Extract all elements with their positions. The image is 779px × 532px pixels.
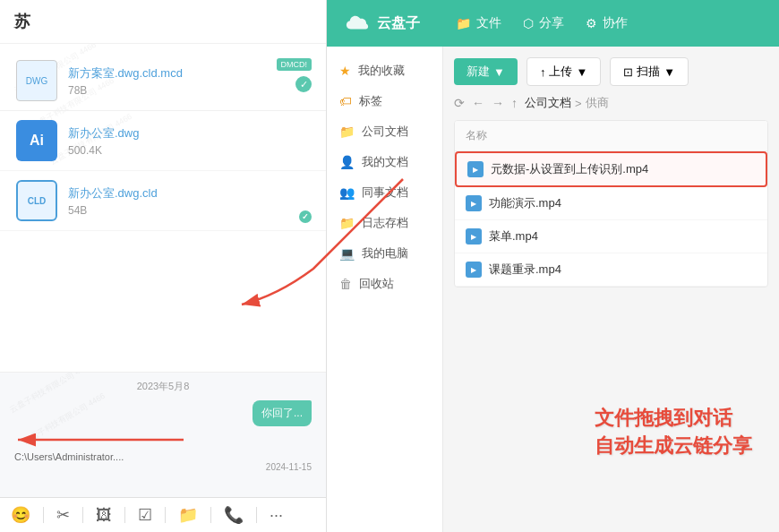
file-size: 78B	[68, 84, 312, 97]
share-icon: ⬡	[523, 16, 534, 30]
forward-icon[interactable]: →	[492, 96, 504, 110]
table-header: 名称	[455, 121, 767, 151]
sidebar-company-label: 公司文档	[362, 124, 408, 140]
file-info: 新方案室.dwg.cld.mcd 78B	[68, 65, 312, 97]
upload-dropdown-icon: ▼	[576, 65, 587, 79]
refresh-icon[interactable]: ⟳	[454, 96, 465, 110]
file-icon: CLD ✓	[14, 178, 59, 223]
table-row[interactable]: 课题重录.mp4	[455, 253, 767, 287]
chat-message: 你回了...	[14, 400, 312, 426]
video-file-icon	[466, 195, 482, 211]
table-row[interactable]: 菜单.mp4	[455, 220, 767, 253]
upload-arrow-icon: ↑	[540, 65, 546, 79]
logo-text: 云盘子	[377, 14, 420, 33]
breadcrumb-company[interactable]: 公司文档	[525, 95, 571, 111]
sidebar-item-colleague-docs[interactable]: 👥 同事文档	[327, 177, 442, 208]
sidebar-logs-label: 日志存档	[362, 215, 408, 231]
list-item[interactable]: DWG 新方案室.dwg.cld.mcd 78B DMCD! ✓	[0, 51, 326, 111]
chat-bubble: 你回了...	[253, 400, 312, 426]
nav-share-label: 分享	[539, 15, 564, 31]
new-label: 新建	[467, 64, 490, 80]
sidebar-item-my-pc[interactable]: 💻 我的电脑	[327, 238, 442, 269]
sidebar-item-favorites[interactable]: ★ 我的收藏	[327, 56, 442, 86]
nav-collab-label: 协作	[603, 15, 628, 31]
company-folder-icon: 📁	[339, 124, 355, 139]
sidebar-item-trash[interactable]: 🗑 回收站	[327, 269, 442, 299]
table-row[interactable]: 元数据-从设置到上传识别.mp4	[455, 151, 767, 187]
new-button[interactable]: 新建 ▼	[454, 58, 518, 85]
ai-icon: Ai	[16, 120, 57, 161]
list-item[interactable]: CLD ✓ 新办公室.dwg.cld 54B	[0, 171, 326, 231]
sidebar-favorites-label: 我的收藏	[358, 63, 405, 79]
separator	[82, 507, 83, 523]
header-nav: 📁 文件 ⬡ 分享 ⚙ 协作	[456, 15, 628, 31]
video-file-icon	[466, 262, 482, 278]
app-header: 云盘子 📁 文件 ⬡ 分享 ⚙ 协作	[327, 0, 779, 47]
right-panel: 云盘子 📁 文件 ⬡ 分享 ⚙ 协作 ★ 我的收藏 🏷	[327, 0, 779, 532]
pc-icon: 💻	[339, 246, 355, 261]
file-info: 新办公室.dwg 500.4K	[68, 125, 312, 157]
file-name: 新方案室.dwg.cld.mcd	[68, 65, 312, 82]
logo: 云盘子	[345, 13, 420, 33]
folder-icon[interactable]: 📁	[178, 505, 198, 525]
more-icon[interactable]: ···	[270, 506, 283, 525]
separator	[256, 507, 257, 523]
upload-button[interactable]: ↑ 上传 ▼	[526, 57, 601, 86]
annotation-line1: 文件拖拽到对话	[595, 405, 752, 433]
right-body: ★ 我的收藏 🏷 标签 📁 公司文档 👤 我的文档 👥 同事文档 📁 日志	[327, 47, 779, 532]
file-row-name: 功能演示.mp4	[489, 195, 561, 211]
main-content: 新建 ▼ ↑ 上传 ▼ ⊡ 扫描 ▼ ⟳ ← → ↑	[443, 47, 779, 532]
annotation-container: 文件拖拽到对话 自动生成云链分享	[595, 405, 752, 460]
annotation-line2: 自动生成云链分享	[595, 433, 752, 460]
video-file-icon	[467, 161, 484, 177]
file-row-name: 菜单.mp4	[489, 228, 538, 245]
action-toolbar: 新建 ▼ ↑ 上传 ▼ ⊡ 扫描 ▼	[454, 57, 768, 86]
dropdown-arrow: ▼	[493, 65, 505, 79]
separator	[124, 507, 125, 523]
list-item[interactable]: Ai 新办公室.dwg 500.4K	[0, 111, 326, 171]
breadcrumb-sep: >	[575, 97, 582, 110]
back-icon[interactable]: ←	[472, 96, 484, 110]
sidebar-item-my-docs[interactable]: 👤 我的文档	[327, 147, 442, 177]
chat-timestamp: 2024-11-15	[14, 462, 312, 472]
dmcd-badge: DMCD!	[277, 58, 312, 71]
phone-icon[interactable]: 📞	[224, 505, 244, 525]
sidebar-item-logs[interactable]: 📁 日志存档	[327, 208, 442, 238]
person-icon: 👤	[339, 155, 355, 169]
file-name: 新办公室.dwg	[68, 125, 312, 142]
chat-date: 2023年5月8	[14, 380, 312, 393]
sidebar-item-tags[interactable]: 🏷 标签	[327, 86, 442, 116]
collab-icon: ⚙	[586, 16, 597, 30]
nav-files-label: 文件	[476, 15, 501, 31]
scan-button[interactable]: ⊡ 扫描 ▼	[610, 57, 689, 86]
separator	[210, 507, 211, 523]
nav-files[interactable]: 📁 文件	[456, 15, 501, 31]
separator	[43, 507, 44, 523]
breadcrumb: 公司文档 > 供商	[525, 95, 609, 111]
dwg-icon: DWG	[16, 60, 57, 101]
trash-icon: 🗑	[339, 277, 352, 291]
file-list: 云盘子科技有限公司 4466 云盘子科技有限公司 4466 云盘子科技有限公司 …	[0, 44, 326, 372]
nav-share[interactable]: ⬡ 分享	[523, 15, 564, 31]
cld-icon: CLD ✓	[16, 180, 57, 221]
sidebar-pc-label: 我的电脑	[362, 245, 408, 262]
chat-area: 云盘子科技有限公司 4466 云盘子科技有限公司 4466 2023年5月8 你…	[0, 372, 326, 497]
up-icon[interactable]: ↑	[511, 96, 518, 110]
sidebar-trash-label: 回收站	[359, 276, 394, 292]
upload-label: 上传	[549, 64, 572, 80]
breadcrumb-supplier: 供商	[586, 95, 609, 111]
table-row[interactable]: 功能演示.mp4	[455, 187, 767, 220]
file-sidebar: ★ 我的收藏 🏷 标签 📁 公司文档 👤 我的文档 👥 同事文档 📁 日志	[327, 47, 443, 532]
sidebar-item-company-docs[interactable]: 📁 公司文档	[327, 116, 442, 147]
check-icon[interactable]: ☑	[138, 505, 152, 525]
file-row-name: 元数据-从设置到上传识别.mp4	[491, 161, 648, 177]
star-icon: ★	[339, 64, 351, 78]
cut-icon[interactable]: ✂	[56, 505, 70, 525]
file-info: 新办公室.dwg.cld 54B	[68, 185, 312, 217]
emoji-icon[interactable]: 😊	[11, 505, 30, 525]
nav-breadcrumb-row: ⟳ ← → ↑ 公司文档 > 供商	[454, 95, 768, 111]
nav-collab[interactable]: ⚙ 协作	[586, 15, 628, 31]
left-panel-header: 苏	[0, 0, 326, 44]
chat-path-area: C:\Users\Administrator.... 2024-11-15	[14, 451, 312, 472]
image-icon[interactable]: 🖼	[96, 506, 112, 525]
